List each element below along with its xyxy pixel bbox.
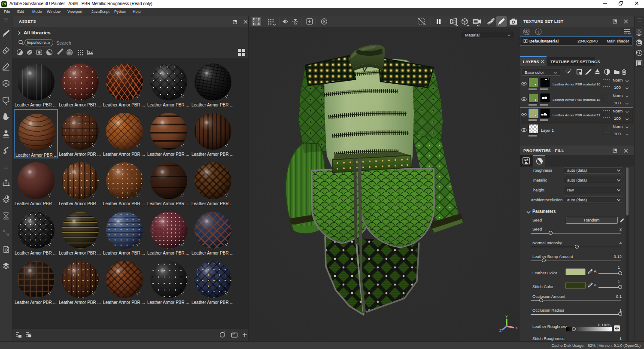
svg-text:1: 1 [537,30,539,34]
svg-text:Y: Y [505,315,508,319]
svg-text:Z: Z [499,328,502,333]
svg-text:X: X [515,326,518,330]
